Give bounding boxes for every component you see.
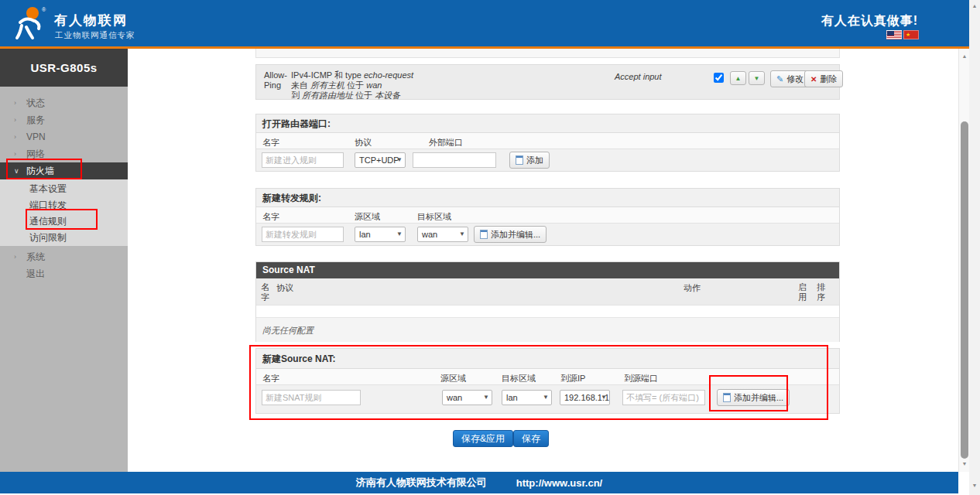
submenu-item-port-forward[interactable]: 端口转发 xyxy=(0,197,128,213)
add-button[interactable]: 添加 xyxy=(509,152,550,169)
sidebar-item-firewall[interactable]: ∨ 防火墙 xyxy=(0,162,128,179)
column-header-name: 名字 xyxy=(262,373,279,384)
chevron-down-icon: ▼ xyxy=(483,391,489,405)
flag-cn-icon[interactable]: ★ xyxy=(903,30,919,39)
new-forward-name-input[interactable] xyxy=(262,227,344,242)
scroll-down-icon[interactable]: ▼ xyxy=(959,461,970,466)
section-title: 新建Source NAT: xyxy=(256,349,839,369)
chevron-right-icon: › xyxy=(14,94,16,111)
dst-zone-select[interactable]: wan ▼ xyxy=(417,227,468,242)
submenu-item-label: 通信规则 xyxy=(29,216,67,227)
footer-company: 济南有人物联网技术有限公司 xyxy=(356,476,487,490)
column-header-action: 动作 xyxy=(684,282,701,294)
snat-to-src-port-input[interactable] xyxy=(622,390,705,405)
sidebar-item-vpn[interactable]: › VPN xyxy=(0,128,128,145)
chevron-down-icon: ▼ xyxy=(396,153,403,167)
add-icon xyxy=(516,155,523,165)
brand-name: 有人物联网 xyxy=(54,12,128,29)
router-admin-page: ® 有人物联网 工业物联网通信专家 有人在认真做事! ★ USR-G805s ›… xyxy=(0,0,980,495)
rule-name: Allow- Ping xyxy=(264,70,287,90)
sidebar-item-label: 网络 xyxy=(26,148,45,159)
chevron-right-icon: › xyxy=(14,145,16,162)
flag-us-icon[interactable] xyxy=(886,30,902,39)
rule-enable-checkbox[interactable] xyxy=(714,73,724,83)
rule-match-description: IPv4-ICMP 和 type echo-request 来自 所有主机 位于… xyxy=(291,70,413,101)
add-and-edit-button[interactable]: 添加并编辑... xyxy=(474,226,547,243)
column-header-name: 名字 xyxy=(262,137,279,148)
sidebar-item-label: VPN xyxy=(26,131,46,142)
device-model-title: USR-G805s xyxy=(0,49,128,87)
delete-button-label: 删除 xyxy=(820,73,837,85)
brand-slogan: 工业物联网通信专家 xyxy=(55,30,135,41)
src-zone-select[interactable]: lan ▼ xyxy=(355,227,406,242)
submenu-item-access-restrict[interactable]: 访问限制 xyxy=(0,230,128,246)
content-scrollbar[interactable]: ▲ ▼ xyxy=(958,49,969,472)
rule-action: Accept input xyxy=(615,72,662,82)
ext-port-input[interactable] xyxy=(413,152,496,168)
column-header-dst-zone: 目标区域 xyxy=(502,373,536,384)
footer-url[interactable]: http://www.usr.cn/ xyxy=(516,477,602,489)
delete-icon: ✕ xyxy=(810,75,817,84)
source-nat-header: Source NAT xyxy=(256,262,839,278)
submenu-item-traffic-rules[interactable]: 通信规则 xyxy=(0,213,128,230)
snat-to-src-ip-select[interactable]: 192.168.1.1 ( ▼ xyxy=(560,390,610,405)
partial-table-row xyxy=(255,49,840,58)
chevron-right-icon: › xyxy=(14,248,16,265)
registered-mark: ® xyxy=(42,7,46,12)
sort-up-button[interactable]: ▲ xyxy=(730,71,746,85)
window-scrollbar[interactable]: ▲ ▼ xyxy=(969,0,980,495)
new-rule-name-input[interactable] xyxy=(262,152,344,168)
chevron-right-icon: › xyxy=(14,111,16,128)
section-title: 新建转发规则: xyxy=(256,189,839,207)
sidebar-item-label: 系统 xyxy=(26,251,45,262)
new-source-nat-section: 新建Source NAT: 名字 源区域 目标区域 到源IP 到源端口 wan … xyxy=(255,348,840,414)
snat-src-zone-select[interactable]: wan ▼ xyxy=(442,390,492,405)
sort-down-icon: ▼ xyxy=(754,75,760,82)
chevron-down-icon: ∨ xyxy=(14,162,19,179)
column-header-to-src-port: 到源端口 xyxy=(624,373,658,384)
sidebar-item-status[interactable]: › 状态 xyxy=(0,94,128,111)
scroll-up-icon[interactable]: ▲ xyxy=(959,53,970,59)
content-scrollbar-thumb[interactable] xyxy=(961,121,968,459)
save-and-apply-button[interactable]: 保存&应用 xyxy=(453,430,513,447)
new-snat-name-input[interactable] xyxy=(262,390,361,405)
snat-dst-zone-select[interactable]: lan ▼ xyxy=(502,390,552,405)
header-tagline: 有人在认真做事! xyxy=(805,13,918,29)
scroll-up-icon[interactable]: ▲ xyxy=(969,3,980,9)
empty-table-row xyxy=(256,306,839,318)
column-header-protocol: 协议 xyxy=(355,137,372,148)
column-header-dst-zone: 目标区域 xyxy=(417,211,451,223)
source-nat-section: Source NAT 名字 协议 动作 启用 排序 尚无任何配置 xyxy=(255,261,840,342)
delete-rule-button[interactable]: ✕ 删除 xyxy=(804,70,843,87)
add-icon xyxy=(723,393,731,402)
sidebar-item-logout[interactable]: 退出 xyxy=(0,265,128,282)
scroll-down-icon[interactable]: ▼ xyxy=(969,483,980,488)
sort-down-button[interactable]: ▼ xyxy=(749,71,765,85)
submenu-item-label: 访问限制 xyxy=(29,232,67,243)
firewall-rule-row: Allow- Ping IPv4-ICMP 和 type echo-reques… xyxy=(255,64,840,100)
snat-add-and-edit-button[interactable]: 添加并编辑... xyxy=(717,389,790,406)
column-header-src-zone: 源区域 xyxy=(355,211,380,223)
chevron-down-icon: ▼ xyxy=(601,391,607,405)
add-icon xyxy=(480,230,488,239)
sidebar-item-network[interactable]: › 网络 xyxy=(0,145,128,162)
edit-icon: ✎ xyxy=(776,74,783,84)
column-header-src-zone: 源区域 xyxy=(440,373,466,384)
add-button-label: 添加 xyxy=(526,155,543,166)
column-header-enable: 启用 xyxy=(798,282,808,302)
submenu-item-basic-settings[interactable]: 基本设置 xyxy=(0,181,128,197)
submenu-item-label: 端口转发 xyxy=(29,200,67,210)
sidebar-item-system[interactable]: › 系统 xyxy=(0,248,128,265)
sidebar-item-label: 退出 xyxy=(26,268,45,279)
snat-src-zone-value: wan xyxy=(447,393,462,402)
sidebar-item-services[interactable]: › 服务 xyxy=(0,111,128,128)
protocol-select[interactable]: TCP+UDP ▼ xyxy=(355,152,406,168)
edit-button-label: 修改 xyxy=(786,73,804,85)
column-header-name: 名字 xyxy=(262,211,279,223)
protocol-select-value: TCP+UDP xyxy=(359,155,399,165)
add-and-edit-label: 添加并编辑... xyxy=(491,229,540,241)
save-button[interactable]: 保存 xyxy=(513,430,549,447)
sidebar: USR-G805s › 状态 › 服务 › VPN › 网络 ∨ 防火墙 基本设… xyxy=(0,49,128,472)
snat-dst-zone-value: lan xyxy=(506,393,518,402)
sidebar-item-label: 服务 xyxy=(26,114,45,125)
